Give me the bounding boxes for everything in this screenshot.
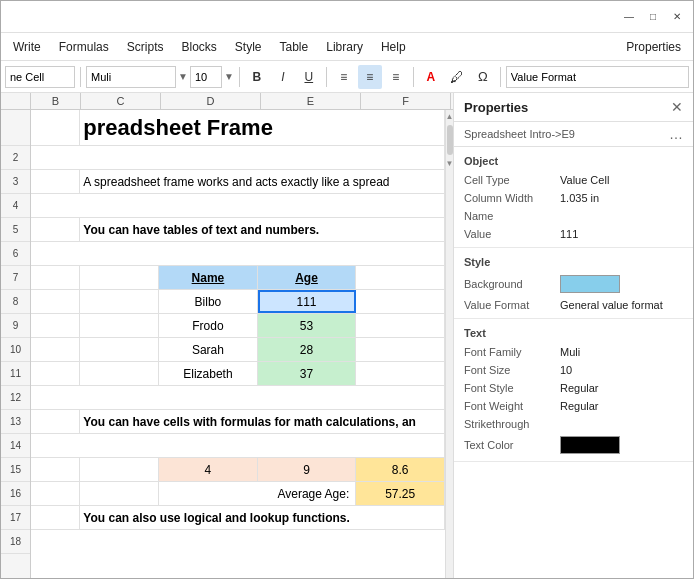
underline-button[interactable]: U (297, 65, 321, 89)
align-center-button[interactable]: ≡ (358, 65, 382, 89)
row-num-15: 15 (1, 458, 30, 482)
scroll-down-arrow[interactable]: ▼ (446, 159, 453, 168)
cell-c7[interactable] (80, 266, 159, 289)
cell-d11-elizabeth[interactable]: Elizabeth (159, 362, 258, 385)
toolbar-separator-2 (239, 67, 240, 87)
highlight-button[interactable]: 🖊 (445, 65, 469, 89)
menu-formulas[interactable]: Formulas (51, 38, 117, 56)
menu-help[interactable]: Help (373, 38, 414, 56)
cell-empty-4[interactable] (31, 386, 445, 409)
cell-f15-86[interactable]: 8.6 (356, 458, 445, 481)
row-empty-1 (31, 146, 445, 170)
cell-reference-input[interactable] (5, 66, 75, 88)
cell-c10[interactable] (80, 338, 159, 361)
cell-c8[interactable] (80, 290, 159, 313)
row-desc1: A spreadsheet frame works and acts exact… (31, 170, 445, 194)
cell-b3[interactable] (31, 170, 80, 193)
menu-table[interactable]: Table (272, 38, 317, 56)
cell-b13[interactable] (31, 410, 80, 433)
cell-desc3[interactable]: You can have cells with formulas for mat… (80, 410, 445, 433)
cell-d9-frodo[interactable]: Frodo (159, 314, 258, 337)
menu-blocks[interactable]: Blocks (173, 38, 224, 56)
font-family-input[interactable] (86, 66, 176, 88)
menu-library[interactable]: Library (318, 38, 371, 56)
cell-e9-53[interactable]: 53 (258, 314, 357, 337)
cell-f10[interactable] (356, 338, 445, 361)
col-header-d: D (161, 93, 261, 109)
font-size-arrow[interactable]: ▼ (224, 71, 234, 82)
cell-c11[interactable] (80, 362, 159, 385)
cell-desc4[interactable]: You can also use logical and lookup func… (80, 506, 445, 529)
cell-e8-111[interactable]: 111 (258, 290, 357, 313)
cell-e7-age-header[interactable]: Age (258, 266, 357, 289)
menu-properties[interactable]: Properties (618, 38, 689, 56)
row-empty-5 (31, 434, 445, 458)
align-right-button[interactable]: ≡ (384, 65, 408, 89)
font-family-arrow[interactable]: ▼ (178, 71, 188, 82)
cell-f8[interactable] (356, 290, 445, 313)
cell-b10[interactable] (31, 338, 80, 361)
cell-empty-2[interactable] (31, 194, 445, 217)
cell-b17[interactable] (31, 506, 80, 529)
menu-style[interactable]: Style (227, 38, 270, 56)
vertical-scrollbar[interactable]: ▲ ▼ (445, 110, 453, 578)
row-num-8: 8 (1, 290, 30, 314)
cell-b11[interactable] (31, 362, 80, 385)
cell-desc1[interactable]: A spreadsheet frame works and acts exact… (80, 170, 445, 193)
omega-button[interactable]: Ω (471, 65, 495, 89)
cell-desc2[interactable]: You can have tables of text and numbers. (80, 218, 445, 241)
menubar: Write Formulas Scripts Blocks Style Tabl… (1, 33, 693, 61)
minimize-button[interactable]: — (621, 9, 637, 25)
scroll-up-arrow[interactable]: ▲ (446, 112, 453, 121)
cell-e10-28[interactable]: 28 (258, 338, 357, 361)
font-style-row: Font Style Regular (454, 379, 693, 397)
properties-panel: Properties ✕ Spreadsheet Intro->E9 … Obj… (453, 93, 693, 578)
cell-empty-3[interactable] (31, 242, 445, 265)
menu-scripts[interactable]: Scripts (119, 38, 172, 56)
cell-average-label[interactable]: Average Age: (159, 482, 356, 505)
cell-b16[interactable] (31, 482, 80, 505)
cell-f9[interactable] (356, 314, 445, 337)
text-color-swatch[interactable] (560, 436, 620, 454)
cell-b1[interactable] (31, 110, 80, 145)
menu-write[interactable]: Write (5, 38, 49, 56)
cell-c15[interactable] (80, 458, 159, 481)
cell-f7[interactable] (356, 266, 445, 289)
cell-b9[interactable] (31, 314, 80, 337)
cell-b15[interactable] (31, 458, 80, 481)
maximize-button[interactable]: □ (645, 9, 661, 25)
cell-b8[interactable] (31, 290, 80, 313)
close-button[interactable]: ✕ (669, 9, 685, 25)
cell-b5[interactable] (31, 218, 80, 241)
panel-close-button[interactable]: ✕ (671, 99, 683, 115)
cell-average-value[interactable]: 57.25 (356, 482, 445, 505)
cell-b7[interactable] (31, 266, 80, 289)
cell-d10-sarah[interactable]: Sarah (159, 338, 258, 361)
cell-e15-9[interactable]: 9 (258, 458, 357, 481)
row-num-18: 18 (1, 530, 30, 554)
panel-subtitle-more[interactable]: … (669, 126, 683, 142)
cell-empty-1[interactable] (31, 146, 445, 169)
bold-button[interactable]: B (245, 65, 269, 89)
font-size-input[interactable] (190, 66, 222, 88)
font-color-button[interactable]: A (419, 65, 443, 89)
cell-d8-bilbo[interactable]: Bilbo (159, 290, 258, 313)
cell-d7-name-header[interactable]: Name (159, 266, 258, 289)
italic-button[interactable]: I (271, 65, 295, 89)
average-row: Average Age: 57.25 (31, 482, 445, 506)
background-label: Background (464, 278, 554, 290)
cell-empty-5[interactable] (31, 434, 445, 457)
align-left-button[interactable]: ≡ (332, 65, 356, 89)
panel-subtitle-text: Spreadsheet Intro->E9 (464, 128, 575, 140)
cell-d15-4[interactable]: 4 (159, 458, 258, 481)
sheet-body: 2 3 4 5 6 7 8 9 10 11 12 13 14 15 16 17 (1, 110, 453, 578)
cell-c9[interactable] (80, 314, 159, 337)
scroll-thumb[interactable] (447, 125, 453, 155)
cell-c16[interactable] (80, 482, 159, 505)
background-color-swatch[interactable] (560, 275, 620, 293)
cell-f11[interactable] (356, 362, 445, 385)
cell-title[interactable]: preadsheet Frame (80, 110, 445, 145)
formula-bar-input[interactable] (506, 66, 689, 88)
col-header-c: C (81, 93, 161, 109)
cell-e11-37[interactable]: 37 (258, 362, 357, 385)
